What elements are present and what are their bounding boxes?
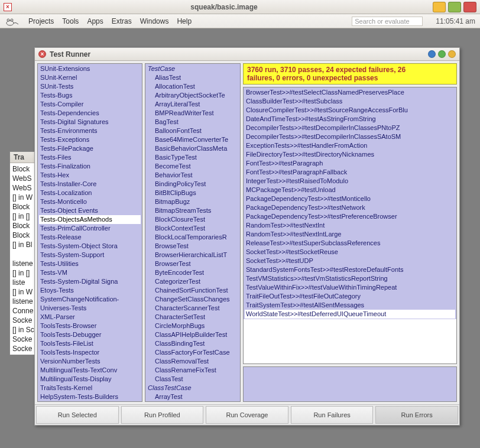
failure-item[interactable]: BrowserTest>>#testSelectClassNamedPreser… [245,88,455,97]
test-class-item[interactable]: BlockLocalTemporariesR [147,233,239,242]
failure-item[interactable]: ExceptionTests>>#testHandlerFromAction [245,141,455,150]
failure-item[interactable]: StandardSystemFontsTest>>#testRestoreDef… [245,265,455,274]
category-item[interactable]: XML-Parser [39,313,141,322]
test-class-item[interactable]: ChangeSetClassChanges [147,295,239,304]
failure-item[interactable]: IntegerTest>>#testRaisedToModulo [245,177,455,186]
run-errors-button[interactable]: Run Errors [375,406,458,424]
failures-panel[interactable]: BrowserTest>>#testSelectClassNamedPreser… [243,87,457,364]
category-item[interactable]: Tests-Monticello [39,197,141,206]
category-item[interactable]: MultilingualTests-Display [39,375,141,384]
category-item[interactable]: ToolsTests-Debugger [39,330,141,339]
category-item[interactable]: SUnit-Extensions [39,64,141,73]
failure-item[interactable]: SocketTest>>#testSocketReuse [245,248,455,257]
failure-item[interactable]: FontTest>>#testParagraph [245,159,455,168]
category-item[interactable]: Tests-Bugs [39,91,141,100]
collapse-icon[interactable] [428,50,436,58]
failure-item[interactable]: FileDirectoryTest>>#testDirectoryNicknam… [245,150,455,159]
run-selected-button[interactable]: Run Selected [36,406,119,424]
failure-item[interactable]: RandomTest>>#testNextInt [245,221,455,230]
test-class-item[interactable]: BindingPolicyTest [147,180,239,189]
menu-apps[interactable]: Apps [87,17,103,25]
menu-extras[interactable]: Extras [112,17,132,25]
test-class-item[interactable]: AliasTest [147,73,239,82]
test-class-item[interactable]: Base64MimeConverterTe [147,135,239,144]
errors-panel[interactable] [243,366,457,402]
failure-item[interactable]: DecompilerTests>>#testDecompilerInClasse… [245,132,455,141]
category-item[interactable]: Universes-Tests [39,304,141,313]
failure-item[interactable]: PackageDependencyTest>>#testPreferenceBr… [245,212,455,221]
failure-item[interactable]: MCPackageTest>>#testUnload [245,186,455,194]
test-class-item[interactable]: BehaviorTest [147,171,239,180]
category-item[interactable]: ToolsTests-Inspector [39,348,141,357]
run-profiled-button[interactable]: Run Profiled [121,406,204,424]
menu-icon[interactable] [448,50,456,58]
category-item[interactable]: Tests-Object Events [39,206,141,215]
category-item[interactable]: Tests-Utilities [39,259,141,268]
test-class-item[interactable]: BitmapStreamTests [147,206,239,215]
test-class-item[interactable]: ClassAPIHelpBuilderTest [147,330,239,339]
failure-item[interactable]: RandomTest>>#testNextIntLarge [245,230,455,239]
category-item[interactable]: Tests-Dependencies [39,109,141,118]
category-item[interactable]: Tests-Release [39,233,141,242]
test-class-item[interactable]: BrowserHierarchicalListT [147,251,239,259]
menu-help[interactable]: Help [177,17,192,25]
category-item[interactable]: SUnit-Tests [39,82,141,91]
test-class-item[interactable]: BMPReadWriterTest [147,109,239,118]
category-item[interactable]: Tests-PrimCallController [39,224,141,233]
test-class-item[interactable]: ClassRemovalTest [147,357,239,366]
category-item[interactable]: Tests-VM [39,268,141,277]
failure-item[interactable]: DecompilerTests>>#testDecompilerInClasse… [245,124,455,132]
categories-panel[interactable]: SUnit-ExtensionsSUnit-KernelSUnit-TestsT… [37,63,142,402]
test-class-item[interactable]: AssociationTest [147,401,239,402]
failure-item[interactable]: ClosureCompilerTest>>#testSourceRangeAcc… [245,106,455,115]
category-item[interactable]: HelpSystem-Tests-Builders [39,392,141,401]
test-runner-titlebar[interactable]: × Test Runner [35,48,459,61]
test-class-item[interactable]: BrowseTest [147,242,239,251]
category-item[interactable]: Tests-Digital Signatures [39,118,141,126]
failure-item[interactable]: DateAndTimeTest>>#testAsStringFromString [245,115,455,124]
failure-item[interactable]: TraitFileOutTest>>#testFileOutCategory [245,292,455,301]
category-item[interactable]: VersionNumberTests [39,357,141,366]
test-class-item[interactable]: ClassRenameFixTest [147,366,239,375]
test-class-item[interactable]: BasicBehaviorClassMeta [147,144,239,153]
category-item[interactable]: Etoys-Tests [39,286,141,295]
close-icon[interactable]: × [38,50,46,58]
failure-item[interactable]: TestVMStatistics>>#testVmStatisticsRepor… [245,274,455,283]
test-class-item[interactable]: BasicTypeTest [147,153,239,162]
test-class-item[interactable]: BlockClosureTest [147,215,239,224]
test-class-item[interactable]: CharacterScannerTest [147,304,239,313]
category-item[interactable]: MultilingualTests-TextConv [39,366,141,375]
test-classes-panel[interactable]: TestCaseAliasTestAllocationTestArbitrary… [145,63,241,402]
test-class-item[interactable]: BecomeTest [147,162,239,171]
category-item[interactable]: HelpSystem-Tests-Core-Mo [39,401,141,402]
category-item[interactable]: Tests-ObjectsAsMethods [39,215,141,224]
test-class-item[interactable]: BitBltClipBugs [147,189,239,197]
test-class-item[interactable]: CircleMorphBugs [147,322,239,330]
category-item[interactable]: Tests-System-Object Stora [39,242,141,251]
test-class-item[interactable]: ArrayTest [147,392,239,401]
os-close-button[interactable] [463,2,476,12]
squeak-logo-icon[interactable] [5,16,20,27]
failure-item[interactable]: FontTest>>#testParagraphFallback [245,168,455,177]
test-class-item[interactable]: ArrayLiteralTest [147,100,239,109]
category-item[interactable]: SUnit-Kernel [39,73,141,82]
run-coverage-button[interactable]: Run Coverage [206,406,288,424]
category-item[interactable]: Tests-Compiler [39,100,141,109]
test-class-item[interactable]: BlockContextTest [147,224,239,233]
failure-item[interactable]: PackageDependencyTest>>#testMonticello [245,194,455,203]
category-item[interactable]: Tests-FilePackage [39,144,141,153]
test-class-item[interactable]: ChainedSortFunctionTest [147,286,239,295]
test-class-item[interactable]: ClassFactoryForTestCase [147,348,239,357]
category-item[interactable]: Tests-System-Digital Signa [39,277,141,286]
category-item[interactable]: Tests-Exceptions [39,135,141,144]
failure-item[interactable]: TraitSystemTest>>#testAllSentMessages [245,301,455,310]
failure-item[interactable]: WorldStateTest>>#testDeferredUIQueueTime… [245,310,455,319]
run-failures-button[interactable]: Run Failures [291,406,374,424]
minimize-button[interactable] [433,2,446,12]
test-class-item[interactable]: ArbitraryObjectSocketTe [147,91,239,100]
category-item[interactable]: Tests-Installer-Core [39,180,141,189]
menu-projects[interactable]: Projects [28,17,54,25]
category-item[interactable]: ToolsTests-Browser [39,322,141,330]
menu-windows[interactable]: Windows [140,17,169,25]
failure-item[interactable]: SocketTest>>#testUDP [245,257,455,265]
